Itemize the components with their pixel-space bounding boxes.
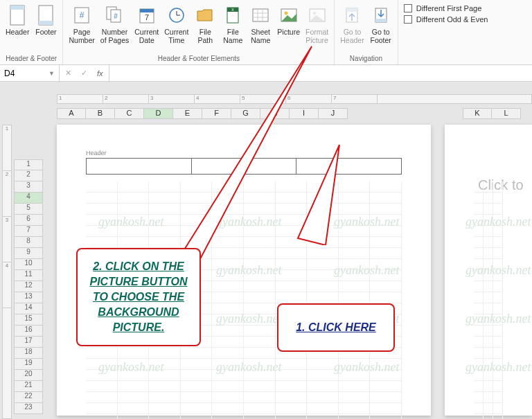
file-name-button[interactable]: XFile Name bbox=[219, 1, 247, 44]
file-path-icon bbox=[194, 4, 216, 26]
row-header[interactable]: 15 bbox=[14, 314, 43, 326]
header-box-left[interactable] bbox=[87, 159, 192, 174]
header-button[interactable]: Header bbox=[3, 1, 32, 36]
number-of-pages-button[interactable]: #Number of Pages bbox=[98, 1, 132, 44]
footer-button[interactable]: Footer bbox=[32, 1, 60, 36]
row-header[interactable]: 19 bbox=[14, 359, 43, 370]
format-picture-icon bbox=[306, 4, 328, 26]
group-label: Navigation bbox=[337, 53, 394, 64]
page-number-icon: # bbox=[71, 4, 93, 26]
button-label: Sheet Name bbox=[251, 28, 270, 44]
cancel-icon[interactable]: ✕ bbox=[65, 69, 71, 78]
column-header[interactable]: A bbox=[57, 108, 86, 119]
sheet-name-button[interactable]: Sheet Name bbox=[247, 1, 274, 44]
goto-footer-button[interactable]: Go to Footer bbox=[367, 1, 395, 44]
svg-rect-30 bbox=[375, 19, 387, 22]
formula-input[interactable] bbox=[109, 65, 532, 81]
svg-rect-1 bbox=[10, 6, 24, 10]
goto-footer-icon bbox=[370, 4, 392, 26]
checkbox-icon bbox=[404, 15, 412, 24]
button-label: Footer bbox=[35, 28, 56, 36]
column-headers-2: KL bbox=[463, 108, 521, 119]
checkbox-icon bbox=[404, 4, 412, 12]
svg-point-24 bbox=[284, 12, 287, 15]
column-header[interactable]: K bbox=[463, 108, 492, 119]
row-header[interactable]: 11 bbox=[14, 270, 43, 281]
row-header[interactable]: 17 bbox=[14, 337, 43, 348]
row-header[interactable]: 10 bbox=[14, 259, 43, 270]
current-time-button[interactable]: Current Time bbox=[161, 1, 191, 44]
button-label: Header bbox=[6, 28, 29, 36]
callout-picture-button: 2. CLICK ON THE PICTURE BUTTON TO CHOOSE… bbox=[76, 248, 201, 346]
row-header[interactable]: 5 bbox=[14, 204, 43, 215]
file-path-button[interactable]: File Path bbox=[191, 1, 219, 44]
file-name-icon: X bbox=[222, 4, 244, 26]
number-of-pages-icon: # bbox=[104, 4, 126, 26]
format-picture-button: Format Picture bbox=[303, 1, 331, 44]
enter-icon[interactable]: ✓ bbox=[81, 69, 87, 78]
ribbon-group-navigation: Go to HeaderGo to Footer Navigation bbox=[335, 0, 398, 64]
svg-text:#: # bbox=[80, 10, 85, 20]
current-date-button[interactable]: 7Current Date bbox=[132, 1, 161, 44]
svg-marker-32 bbox=[298, 145, 339, 245]
svg-rect-18 bbox=[253, 9, 268, 21]
button-label: Current Date bbox=[134, 28, 159, 44]
svg-text:7: 7 bbox=[145, 13, 149, 21]
button-label: Go to Header bbox=[340, 28, 364, 44]
callout-text: 2. CLICK ON THE PICTURE BUTTON TO CHOOSE… bbox=[89, 260, 187, 333]
column-header[interactable]: B bbox=[86, 108, 115, 119]
row-header[interactable]: 1 bbox=[14, 159, 43, 170]
button-label: Number of Pages bbox=[100, 28, 129, 44]
button-label: Go to Footer bbox=[371, 28, 391, 44]
row-header[interactable]: 3 bbox=[14, 181, 43, 193]
row-header[interactable]: 12 bbox=[14, 281, 43, 292]
row-header[interactable]: 8 bbox=[14, 237, 43, 248]
group-label: Header & Footer bbox=[3, 53, 60, 64]
button-label: File Name bbox=[223, 28, 242, 44]
row-header[interactable]: 21 bbox=[14, 381, 43, 392]
column-header[interactable]: C bbox=[115, 108, 144, 119]
row-header[interactable]: 9 bbox=[14, 248, 43, 259]
row-header[interactable]: 6 bbox=[14, 215, 43, 226]
column-header[interactable]: J bbox=[319, 108, 348, 119]
callout-tail-2 bbox=[277, 141, 360, 245]
check-different-first-page[interactable]: Different First Page bbox=[404, 4, 488, 12]
row-header[interactable]: 23 bbox=[14, 403, 43, 414]
svg-text:#: # bbox=[114, 12, 118, 20]
row-header[interactable]: 7 bbox=[14, 226, 43, 237]
header-icon bbox=[6, 4, 28, 26]
work-area: 1234567 1234 ABCDEFGHIJ KL 1234567891011… bbox=[0, 82, 532, 419]
row-headers: 1234567891011121314151617181920212223 bbox=[14, 159, 43, 414]
row-header[interactable]: 18 bbox=[14, 348, 43, 359]
page-2[interactable]: Click to gyankosh.net gyankosh.net gyank… bbox=[445, 125, 532, 416]
row-header[interactable]: 2 bbox=[14, 170, 43, 181]
chevron-down-icon: ▼ bbox=[48, 70, 55, 77]
svg-rect-3 bbox=[39, 21, 53, 25]
button-label: Page Number bbox=[69, 28, 94, 44]
check-label: Different Odd & Even bbox=[416, 15, 488, 24]
row-header[interactable]: 13 bbox=[14, 292, 43, 303]
ribbon-group-header-footer: HeaderFooter Header & Footer bbox=[0, 0, 63, 64]
button-label: Current Time bbox=[164, 28, 188, 44]
column-header[interactable]: L bbox=[492, 108, 521, 119]
svg-point-26 bbox=[313, 12, 316, 15]
grid-area-2[interactable] bbox=[474, 181, 503, 416]
fx-icon[interactable]: fx bbox=[97, 69, 103, 78]
svg-rect-10 bbox=[140, 9, 154, 12]
column-header[interactable]: D bbox=[144, 108, 173, 119]
goto-header-button: Go to Header bbox=[337, 1, 366, 44]
svg-rect-28 bbox=[346, 8, 357, 12]
name-box-value: D4 bbox=[4, 69, 48, 78]
row-header[interactable]: 16 bbox=[14, 326, 43, 337]
picture-icon bbox=[278, 4, 300, 26]
page-number-button[interactable]: #Page Number bbox=[66, 1, 97, 44]
row-header[interactable]: 22 bbox=[14, 392, 43, 403]
check-different-odd-even[interactable]: Different Odd & Even bbox=[404, 15, 488, 24]
row-header[interactable]: 14 bbox=[14, 303, 43, 314]
name-box[interactable]: D4 ▼ bbox=[0, 65, 60, 81]
ruler-vertical: 1234 bbox=[2, 125, 12, 419]
footer-icon bbox=[35, 4, 57, 26]
row-header[interactable]: 20 bbox=[14, 370, 43, 381]
row-header[interactable]: 4 bbox=[14, 193, 43, 204]
picture-button[interactable]: Picture bbox=[274, 1, 303, 36]
